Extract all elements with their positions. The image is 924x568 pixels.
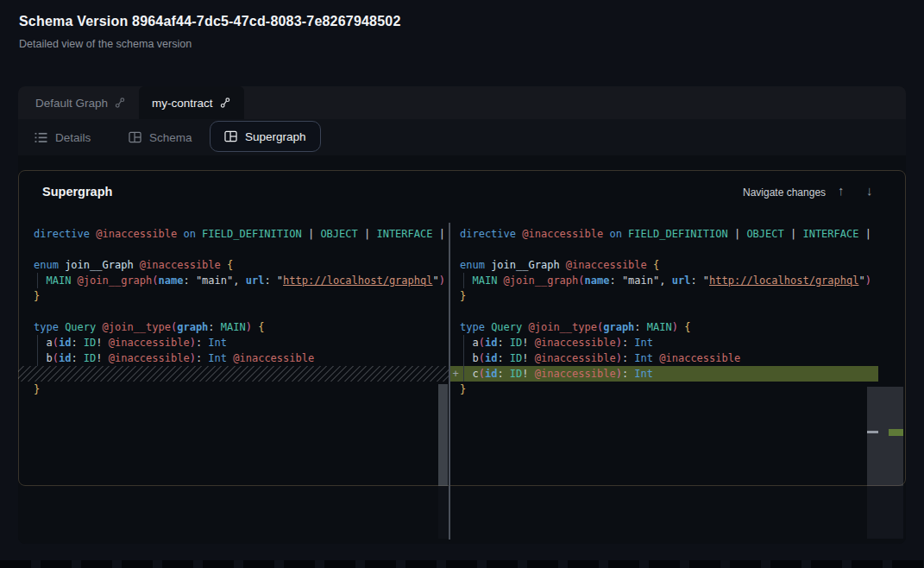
code-line [450, 304, 878, 319]
list-icon [35, 132, 47, 143]
navigate-up-button[interactable]: ↑ [838, 183, 845, 198]
indent-guide [463, 273, 464, 288]
navigate-changes-label: Navigate changes [743, 186, 826, 199]
schema-version-page: Schema Version 8964af44-7dc5-47cd-8083-7… [0, 0, 924, 568]
code-line: type Query @join__type(graph: MAIN) { [450, 319, 878, 335]
code-line: b(id: ID! @inaccessible): Int @inaccessi… [450, 350, 878, 366]
code-line [450, 242, 878, 257]
overview-ruler-track [867, 486, 903, 539]
code-line [18, 242, 449, 257]
page-subtitle: Detailed view of the schema version [19, 38, 192, 50]
code-line: b(id: ID! @inaccessible): Int @inaccessi… [18, 350, 449, 366]
navigate-down-button[interactable]: ↓ [866, 183, 873, 198]
diff-overview-ruler[interactable] [867, 387, 903, 488]
indent-guide [37, 273, 38, 288]
overview-original-change-mark [867, 431, 878, 433]
tab-details-label: Details [55, 131, 91, 144]
code-line: enum join__Graph @inaccessible { [450, 257, 878, 273]
added-line-plus-marker: + [449, 366, 462, 382]
diff-placeholder-line [18, 366, 449, 382]
variant-icon [114, 97, 126, 109]
supergraph-panel-title: Supergraph [42, 185, 112, 199]
indent-guide [463, 366, 464, 382]
tab-supergraph-label: Supergraph [245, 130, 306, 143]
diff-editor-original-pane[interactable]: directive @inaccessible on FIELD_DEFINIT… [18, 223, 449, 490]
code-line: } [450, 288, 878, 304]
indent-guide [463, 335, 464, 350]
left-pane-scrollbar[interactable] [438, 384, 448, 488]
tab-schema-label: Schema [149, 131, 192, 144]
code-line: } [18, 382, 449, 397]
code-line: a(id: ID! @inaccessible): Int [450, 335, 878, 350]
code-line [18, 304, 449, 319]
left-scrollbar-track [438, 486, 449, 539]
window-split-icon [129, 131, 141, 143]
tab-schema[interactable]: Schema [129, 119, 192, 155]
view-tab-row: Details Schema Supergraph [18, 119, 906, 155]
code-line: } [18, 288, 449, 304]
overview-added-change-mark [889, 429, 903, 436]
code-line: directive @inaccessible on FIELD_DEFINIT… [18, 226, 449, 242]
code-line: a(id: ID! @inaccessible): Int [18, 335, 449, 350]
code-line: enum join__Graph @inaccessible { [18, 257, 449, 273]
added-code-line: c(id: ID! @inaccessible): Int [450, 366, 878, 382]
bottom-dashed-separator [0, 560, 924, 568]
variant-icon [219, 97, 231, 109]
indent-guide [37, 350, 38, 366]
code-line: MAIN @join__graph(name: "main", url: "ht… [18, 273, 449, 288]
tab-my-contract[interactable]: my-contract [139, 86, 244, 119]
code-line: type Query @join__type(graph: MAIN) { [18, 319, 449, 335]
indent-guide [463, 350, 464, 366]
tab-details[interactable]: Details [35, 119, 91, 155]
diff-editor-modified-pane[interactable]: directive @inaccessible on FIELD_DEFINIT… [450, 223, 878, 490]
page-title: Schema Version 8964af44-7dc5-47cd-8083-7… [19, 14, 401, 29]
tab-default-graph-label: Default Graph [35, 97, 108, 110]
code-line: directive @inaccessible on FIELD_DEFINIT… [450, 226, 878, 242]
graph-tab-strip: Default Graph my-contract [18, 86, 906, 119]
code-line: MAIN @join__graph(name: "main", url: "ht… [450, 273, 878, 288]
code-line: } [450, 382, 878, 397]
window-split-icon [224, 130, 237, 142]
tab-default-graph[interactable]: Default Graph [22, 86, 139, 119]
tab-my-contract-label: my-contract [152, 97, 213, 110]
tab-supergraph[interactable]: Supergraph [210, 121, 321, 152]
indent-guide [37, 335, 38, 350]
